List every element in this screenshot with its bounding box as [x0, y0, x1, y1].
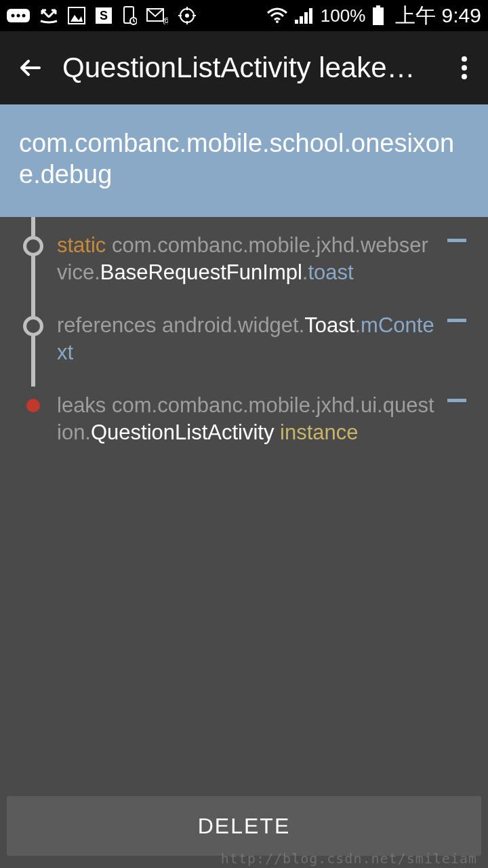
mail-icon: @ — [146, 7, 168, 24]
delete-button[interactable]: DELETE — [7, 796, 481, 856]
status-bar: S @ 100% 上午 9:49 — [0, 0, 488, 31]
arrow-left-icon — [18, 55, 43, 81]
svg-point-3 — [22, 14, 26, 18]
minus-icon — [447, 239, 466, 242]
trace-text: references android.widget.Toast.mContext — [57, 312, 439, 366]
trace-node-icon — [23, 236, 43, 256]
svg-point-22 — [462, 65, 467, 71]
app-s-icon: S — [95, 7, 113, 24]
clock-time: 上午 9:49 — [395, 2, 481, 30]
svg-text:S: S — [100, 9, 108, 22]
keyword-instance: instance — [274, 420, 358, 444]
svg-rect-20 — [373, 7, 384, 25]
svg-point-2 — [17, 14, 20, 18]
collapse-button[interactable] — [439, 312, 474, 322]
leak-trace: static com.combanc.mobile.jxhd.webservic… — [0, 217, 488, 486]
more-vert-icon — [461, 56, 468, 80]
svg-point-1 — [12, 14, 15, 18]
trace-leak-node-icon — [26, 399, 40, 412]
device-icon — [122, 6, 137, 25]
svg-rect-15 — [295, 20, 298, 24]
svg-rect-17 — [304, 12, 308, 24]
back-button[interactable] — [12, 50, 49, 86]
trace-text: static com.combanc.mobile.jxhd.webservic… — [57, 232, 439, 286]
trace-node-icon — [23, 316, 43, 336]
svg-point-14 — [276, 20, 279, 23]
missed-call-icon — [39, 7, 58, 24]
image-icon — [68, 7, 85, 24]
minus-icon — [447, 399, 466, 402]
app-bar: QuestionListActivity leake… — [0, 31, 488, 104]
signal-icon — [295, 7, 314, 24]
trace-text: leaks com.combanc.mobile.jxhd.ui.questio… — [57, 392, 439, 446]
svg-text:@: @ — [163, 16, 168, 24]
svg-rect-16 — [300, 16, 303, 24]
keyword-static: static — [57, 233, 106, 257]
svg-rect-18 — [309, 8, 312, 24]
trace-row[interactable]: references android.widget.Toast.mContext — [9, 312, 474, 366]
svg-point-13 — [185, 14, 189, 18]
svg-point-21 — [462, 56, 467, 62]
svg-point-23 — [462, 74, 467, 79]
collapse-button[interactable] — [439, 232, 474, 242]
more-icon — [7, 9, 30, 22]
package-header: com.combanc.mobile.school.onesixone.debu… — [0, 104, 488, 217]
trace-row[interactable]: static com.combanc.mobile.jxhd.webservic… — [9, 232, 474, 286]
collapse-button[interactable] — [439, 392, 474, 402]
battery-percent: 100% — [321, 5, 366, 26]
trace-row[interactable]: leaks com.combanc.mobile.jxhd.ui.questio… — [9, 392, 474, 446]
minus-icon — [447, 319, 466, 322]
battery-icon — [372, 5, 384, 26]
keyword-leaks: leaks — [57, 393, 106, 417]
wifi-icon — [266, 7, 288, 24]
watermark: http://blog.csdn.net/smileiam — [221, 850, 477, 867]
svg-marker-5 — [70, 15, 83, 22]
target-icon — [178, 6, 197, 25]
svg-rect-19 — [376, 5, 380, 7]
overflow-menu-button[interactable] — [455, 50, 473, 85]
keyword-references: references — [57, 313, 156, 337]
page-title: QuestionListActivity leake… — [62, 52, 455, 84]
